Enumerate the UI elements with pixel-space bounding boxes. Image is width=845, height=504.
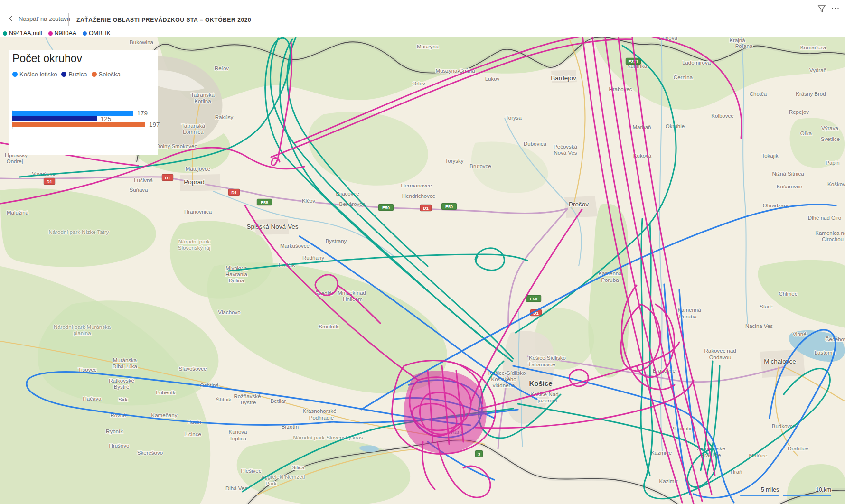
back-button[interactable]: Naspäť na zostavu (8, 15, 70, 22)
map-label: Smolník (319, 324, 338, 329)
map-label: Bystré (114, 384, 130, 390)
filter-icon[interactable] (817, 4, 826, 15)
bar-row: 197 (12, 122, 145, 128)
map-label: Prešov (569, 201, 589, 208)
map-label: Kolbovce (711, 113, 733, 119)
map-label: Budkovce (772, 423, 796, 429)
svg-text:D1: D1 (231, 190, 237, 195)
map-label: Malužiná (7, 210, 29, 215)
map-label: Dlhá Lúka (113, 364, 137, 369)
map-label: Nižná Sitnica (772, 171, 804, 177)
legend-dot-icon (92, 72, 97, 77)
map-label: Ondavou (709, 355, 732, 360)
map-label: Tatranská (191, 92, 215, 98)
map-label: Lukov (485, 76, 500, 82)
map-label: Licince (184, 431, 201, 437)
map-label: Výrava (821, 125, 838, 131)
legend-label: N941AA,null (9, 30, 42, 37)
map-label: Kameňany (151, 412, 178, 418)
map-label: Ladomirová (682, 60, 711, 65)
svg-text:D1: D1 (165, 176, 170, 180)
road-badge-E50: E50 (378, 204, 394, 211)
chart-title: Počet okruhov (12, 52, 82, 65)
legend-item[interactable]: OMBHK (83, 30, 111, 37)
map-label: Repejov (789, 109, 809, 115)
legend-item[interactable]: Seleška (92, 71, 121, 78)
map-label: Poľana (735, 43, 753, 49)
map-label: Lubeník (156, 390, 176, 395)
map-label: Dlhé nad Ciro (808, 215, 841, 221)
legend-item[interactable]: N941AA,null (3, 30, 42, 37)
map-label: Podhradie (309, 415, 334, 420)
map-label: Rožňavské (234, 393, 261, 399)
map-label: Krásny Brod (796, 91, 826, 97)
map-label: Drahňov (788, 446, 808, 451)
map-label: Cirochou (822, 236, 844, 242)
road-badge-3: 3 (475, 450, 483, 457)
legend-label: N980AA (55, 30, 77, 37)
scale-label: 5 miles (761, 486, 779, 493)
map-label: Hačava (83, 396, 102, 401)
map-label: Michalovce (764, 358, 796, 365)
bar-row: 125 (12, 116, 145, 122)
map-label: Park (265, 481, 277, 486)
bar-Seleška[interactable] (12, 122, 145, 127)
map-label: Nová Ves (554, 150, 577, 156)
map-label: Dubovica (524, 141, 547, 147)
chevron-left-icon (8, 15, 14, 22)
map-label: Národní park Muránska (54, 324, 111, 330)
legend-dot-icon (48, 31, 53, 36)
map-label: Reľov (215, 65, 229, 71)
map-label: Papin (826, 160, 839, 166)
map-label: Poruba (601, 277, 619, 283)
legend-item[interactable]: Buzica (61, 71, 87, 78)
legend-label: OMBHK (89, 30, 111, 37)
page-title: ZAŤAŽENIE OBLASTI PREVÁDZKOU STA – OKTÓB… (76, 17, 251, 23)
bar-chart[interactable]: 179125197 (12, 111, 145, 128)
map-label: Národní park Nízke Tatry (49, 229, 109, 235)
legend-item[interactable]: N980AA (48, 30, 77, 37)
svg-text:3: 3 (478, 452, 480, 457)
map-label: Kotlina (194, 98, 211, 104)
legend-item[interactable]: Košice letisko (12, 71, 57, 78)
divider (68, 13, 69, 26)
map-label: Hendrichovce (402, 193, 435, 199)
map-label: Lastomír (815, 350, 836, 355)
map-label: Bukowina (130, 39, 153, 45)
chart-panel-pocet-okruhov[interactable]: Počet okruhov Košice letiskoBuzicaSelešk… (9, 50, 158, 155)
map-label: Tokajik (761, 153, 778, 159)
more-options-icon[interactable] (830, 6, 841, 11)
map-label: Aggteleki Nemzeti (261, 474, 305, 480)
map-label: Rakúsy (215, 114, 234, 120)
map-label: Dolina (229, 278, 244, 283)
svg-text:D1: D1 (47, 179, 52, 184)
bar-value-label: 197 (149, 121, 160, 128)
legend-dot-icon (61, 72, 66, 77)
map-label: Lomnica (183, 129, 204, 135)
map-label: Bystré (241, 400, 256, 405)
map-label: Skerešovo (137, 450, 163, 456)
map-label: Slovenský ráj (178, 245, 210, 251)
bar-row: 179 (12, 111, 145, 116)
map-label: Matejovce (186, 166, 210, 172)
map-label: Teplica (229, 436, 246, 441)
map-label: Plešivec (241, 468, 262, 474)
map-label: Nacina Ves (745, 323, 773, 329)
map-label: Kamenica nad (815, 230, 845, 236)
map-label: Mníšek nad (338, 290, 366, 296)
scale-label: 10 km (816, 486, 831, 493)
road-badge-D1: D1 (420, 205, 432, 211)
map-label: Poprad (184, 178, 205, 186)
road-badge-D1: D1 (162, 174, 173, 181)
scale-bar (783, 495, 831, 496)
map-label: Komańcza (800, 45, 826, 50)
map-label: Hranovnica (184, 209, 212, 215)
map-label: Kunova (228, 429, 247, 435)
map-label: Ondrej (7, 159, 23, 164)
map-label: Rybník (106, 429, 123, 434)
bar-Buzica[interactable] (12, 116, 97, 121)
map-label: planina (73, 330, 91, 336)
map-label: Havrania (225, 271, 248, 277)
bar-Košice letisko[interactable] (12, 111, 133, 116)
map-label: Ťahanovce (528, 362, 555, 367)
